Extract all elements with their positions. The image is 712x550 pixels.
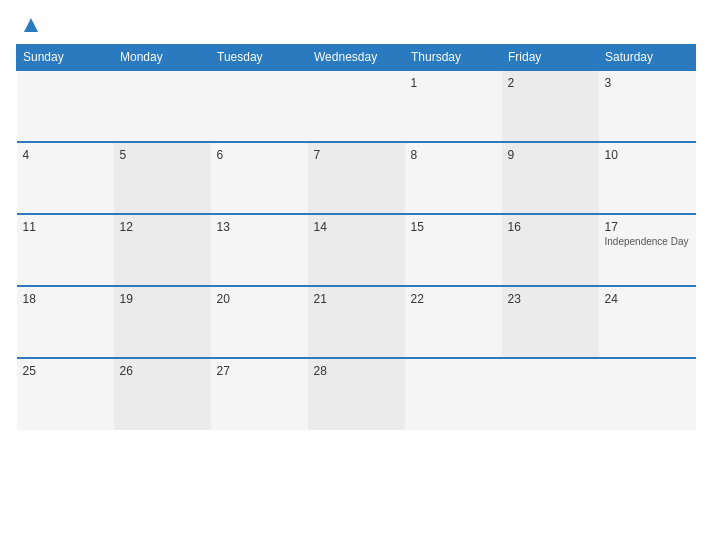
day-header-wednesday: Wednesday	[308, 45, 405, 71]
header	[16, 14, 696, 36]
calendar-cell: 5	[114, 142, 211, 214]
day-header-sunday: Sunday	[17, 45, 114, 71]
calendar-table: SundayMondayTuesdayWednesdayThursdayFrid…	[16, 44, 696, 430]
day-number: 16	[508, 220, 593, 234]
calendar-cell	[114, 70, 211, 142]
day-number: 27	[217, 364, 302, 378]
calendar-cell: 6	[211, 142, 308, 214]
calendar-cell: 23	[502, 286, 599, 358]
day-number: 1	[411, 76, 496, 90]
calendar-page: SundayMondayTuesdayWednesdayThursdayFrid…	[0, 0, 712, 550]
calendar-cell: 8	[405, 142, 502, 214]
day-number: 20	[217, 292, 302, 306]
calendar-cell: 26	[114, 358, 211, 430]
day-number: 25	[23, 364, 108, 378]
calendar-cell	[502, 358, 599, 430]
calendar-cell: 18	[17, 286, 114, 358]
calendar-cell: 3	[599, 70, 696, 142]
day-number: 26	[120, 364, 205, 378]
calendar-cell: 7	[308, 142, 405, 214]
day-header-saturday: Saturday	[599, 45, 696, 71]
calendar-cell	[599, 358, 696, 430]
calendar-cell: 1	[405, 70, 502, 142]
logo-icon	[20, 14, 42, 36]
calendar-cell: 24	[599, 286, 696, 358]
calendar-cell: 13	[211, 214, 308, 286]
calendar-header-row: SundayMondayTuesdayWednesdayThursdayFrid…	[17, 45, 696, 71]
calendar-cell: 14	[308, 214, 405, 286]
day-number: 3	[605, 76, 690, 90]
day-header-friday: Friday	[502, 45, 599, 71]
calendar-cell: 17Independence Day	[599, 214, 696, 286]
calendar-cell: 27	[211, 358, 308, 430]
day-header-thursday: Thursday	[405, 45, 502, 71]
calendar-week-4: 18192021222324	[17, 286, 696, 358]
day-number: 2	[508, 76, 593, 90]
day-number: 10	[605, 148, 690, 162]
calendar-cell: 9	[502, 142, 599, 214]
calendar-cell: 20	[211, 286, 308, 358]
calendar-cell: 22	[405, 286, 502, 358]
calendar-cell	[405, 358, 502, 430]
calendar-cell	[17, 70, 114, 142]
day-number: 14	[314, 220, 399, 234]
day-number: 11	[23, 220, 108, 234]
day-number: 8	[411, 148, 496, 162]
day-number: 19	[120, 292, 205, 306]
day-number: 24	[605, 292, 690, 306]
calendar-cell: 11	[17, 214, 114, 286]
day-number: 28	[314, 364, 399, 378]
day-number: 4	[23, 148, 108, 162]
day-number: 15	[411, 220, 496, 234]
calendar-cell: 19	[114, 286, 211, 358]
day-header-tuesday: Tuesday	[211, 45, 308, 71]
day-number: 17	[605, 220, 690, 234]
calendar-cell: 16	[502, 214, 599, 286]
day-number: 6	[217, 148, 302, 162]
calendar-week-3: 11121314151617Independence Day	[17, 214, 696, 286]
day-number: 7	[314, 148, 399, 162]
logo	[16, 14, 44, 36]
calendar-cell	[308, 70, 405, 142]
day-number: 13	[217, 220, 302, 234]
calendar-cell: 10	[599, 142, 696, 214]
calendar-cell: 4	[17, 142, 114, 214]
day-number: 21	[314, 292, 399, 306]
calendar-cell: 15	[405, 214, 502, 286]
day-number: 5	[120, 148, 205, 162]
calendar-cell: 2	[502, 70, 599, 142]
calendar-week-1: 123	[17, 70, 696, 142]
day-number: 23	[508, 292, 593, 306]
day-number: 9	[508, 148, 593, 162]
calendar-cell: 28	[308, 358, 405, 430]
calendar-week-2: 45678910	[17, 142, 696, 214]
day-header-monday: Monday	[114, 45, 211, 71]
calendar-week-5: 25262728	[17, 358, 696, 430]
day-number: 12	[120, 220, 205, 234]
day-number: 22	[411, 292, 496, 306]
day-number: 18	[23, 292, 108, 306]
svg-marker-1	[24, 22, 38, 32]
calendar-cell: 21	[308, 286, 405, 358]
holiday-label: Independence Day	[605, 236, 690, 247]
calendar-cell: 12	[114, 214, 211, 286]
calendar-cell	[211, 70, 308, 142]
calendar-cell: 25	[17, 358, 114, 430]
